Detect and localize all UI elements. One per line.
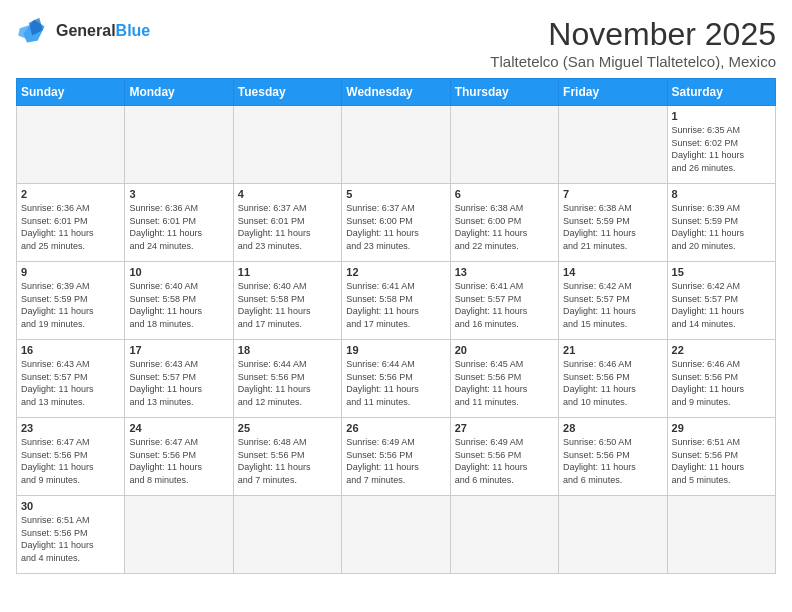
day-number: 3 [129, 188, 228, 200]
calendar-cell [559, 496, 667, 574]
day-number: 6 [455, 188, 554, 200]
calendar-cell: 27Sunrise: 6:49 AM Sunset: 5:56 PM Dayli… [450, 418, 558, 496]
calendar-cell: 21Sunrise: 6:46 AM Sunset: 5:56 PM Dayli… [559, 340, 667, 418]
day-info: Sunrise: 6:51 AM Sunset: 5:56 PM Dayligh… [672, 436, 771, 486]
calendar-cell: 30Sunrise: 6:51 AM Sunset: 5:56 PM Dayli… [17, 496, 125, 574]
days-header-row: SundayMondayTuesdayWednesdayThursdayFrid… [17, 79, 776, 106]
calendar-cell [125, 496, 233, 574]
day-info: Sunrise: 6:37 AM Sunset: 6:00 PM Dayligh… [346, 202, 445, 252]
calendar-cell: 18Sunrise: 6:44 AM Sunset: 5:56 PM Dayli… [233, 340, 341, 418]
day-info: Sunrise: 6:43 AM Sunset: 5:57 PM Dayligh… [129, 358, 228, 408]
calendar-cell: 15Sunrise: 6:42 AM Sunset: 5:57 PM Dayli… [667, 262, 775, 340]
day-info: Sunrise: 6:44 AM Sunset: 5:56 PM Dayligh… [346, 358, 445, 408]
day-info: Sunrise: 6:42 AM Sunset: 5:57 PM Dayligh… [563, 280, 662, 330]
day-number: 4 [238, 188, 337, 200]
logo-text: GeneralBlue [56, 21, 150, 40]
day-info: Sunrise: 6:39 AM Sunset: 5:59 PM Dayligh… [21, 280, 120, 330]
day-number: 28 [563, 422, 662, 434]
calendar-cell: 8Sunrise: 6:39 AM Sunset: 5:59 PM Daylig… [667, 184, 775, 262]
day-info: Sunrise: 6:39 AM Sunset: 5:59 PM Dayligh… [672, 202, 771, 252]
calendar-cell [342, 106, 450, 184]
day-info: Sunrise: 6:36 AM Sunset: 6:01 PM Dayligh… [129, 202, 228, 252]
day-info: Sunrise: 6:38 AM Sunset: 5:59 PM Dayligh… [563, 202, 662, 252]
calendar-cell [450, 106, 558, 184]
day-info: Sunrise: 6:47 AM Sunset: 5:56 PM Dayligh… [129, 436, 228, 486]
day-number: 14 [563, 266, 662, 278]
calendar-cell [233, 496, 341, 574]
calendar-cell: 17Sunrise: 6:43 AM Sunset: 5:57 PM Dayli… [125, 340, 233, 418]
calendar-cell: 29Sunrise: 6:51 AM Sunset: 5:56 PM Dayli… [667, 418, 775, 496]
calendar-cell: 28Sunrise: 6:50 AM Sunset: 5:56 PM Dayli… [559, 418, 667, 496]
day-info: Sunrise: 6:43 AM Sunset: 5:57 PM Dayligh… [21, 358, 120, 408]
day-number: 20 [455, 344, 554, 356]
day-number: 10 [129, 266, 228, 278]
day-number: 1 [672, 110, 771, 122]
location-title: Tlaltetelco (San Miguel Tlaltetelco), Me… [490, 53, 776, 70]
calendar-cell: 4Sunrise: 6:37 AM Sunset: 6:01 PM Daylig… [233, 184, 341, 262]
title-block: November 2025 Tlaltetelco (San Miguel Tl… [490, 16, 776, 70]
day-number: 2 [21, 188, 120, 200]
day-number: 16 [21, 344, 120, 356]
page-header: GeneralBlue November 2025 Tlaltetelco (S… [16, 16, 776, 70]
calendar-cell: 11Sunrise: 6:40 AM Sunset: 5:58 PM Dayli… [233, 262, 341, 340]
calendar-cell: 19Sunrise: 6:44 AM Sunset: 5:56 PM Dayli… [342, 340, 450, 418]
day-info: Sunrise: 6:37 AM Sunset: 6:01 PM Dayligh… [238, 202, 337, 252]
week-row-5: 23Sunrise: 6:47 AM Sunset: 5:56 PM Dayli… [17, 418, 776, 496]
day-number: 11 [238, 266, 337, 278]
day-info: Sunrise: 6:50 AM Sunset: 5:56 PM Dayligh… [563, 436, 662, 486]
day-number: 19 [346, 344, 445, 356]
day-header-thursday: Thursday [450, 79, 558, 106]
day-number: 7 [563, 188, 662, 200]
day-header-monday: Monday [125, 79, 233, 106]
day-info: Sunrise: 6:46 AM Sunset: 5:56 PM Dayligh… [563, 358, 662, 408]
day-info: Sunrise: 6:45 AM Sunset: 5:56 PM Dayligh… [455, 358, 554, 408]
day-info: Sunrise: 6:42 AM Sunset: 5:57 PM Dayligh… [672, 280, 771, 330]
calendar-cell: 16Sunrise: 6:43 AM Sunset: 5:57 PM Dayli… [17, 340, 125, 418]
day-info: Sunrise: 6:49 AM Sunset: 5:56 PM Dayligh… [346, 436, 445, 486]
day-info: Sunrise: 6:44 AM Sunset: 5:56 PM Dayligh… [238, 358, 337, 408]
calendar-cell: 2Sunrise: 6:36 AM Sunset: 6:01 PM Daylig… [17, 184, 125, 262]
week-row-2: 2Sunrise: 6:36 AM Sunset: 6:01 PM Daylig… [17, 184, 776, 262]
calendar-cell: 22Sunrise: 6:46 AM Sunset: 5:56 PM Dayli… [667, 340, 775, 418]
week-row-6: 30Sunrise: 6:51 AM Sunset: 5:56 PM Dayli… [17, 496, 776, 574]
logo-icon [16, 16, 52, 46]
calendar-cell [450, 496, 558, 574]
day-number: 24 [129, 422, 228, 434]
calendar-cell: 26Sunrise: 6:49 AM Sunset: 5:56 PM Dayli… [342, 418, 450, 496]
calendar-cell: 7Sunrise: 6:38 AM Sunset: 5:59 PM Daylig… [559, 184, 667, 262]
day-number: 27 [455, 422, 554, 434]
day-info: Sunrise: 6:46 AM Sunset: 5:56 PM Dayligh… [672, 358, 771, 408]
day-info: Sunrise: 6:47 AM Sunset: 5:56 PM Dayligh… [21, 436, 120, 486]
calendar-cell: 25Sunrise: 6:48 AM Sunset: 5:56 PM Dayli… [233, 418, 341, 496]
day-number: 23 [21, 422, 120, 434]
calendar-cell: 9Sunrise: 6:39 AM Sunset: 5:59 PM Daylig… [17, 262, 125, 340]
day-header-wednesday: Wednesday [342, 79, 450, 106]
calendar-cell [559, 106, 667, 184]
calendar-cell: 23Sunrise: 6:47 AM Sunset: 5:56 PM Dayli… [17, 418, 125, 496]
calendar-cell: 1Sunrise: 6:35 AM Sunset: 6:02 PM Daylig… [667, 106, 775, 184]
day-info: Sunrise: 6:41 AM Sunset: 5:58 PM Dayligh… [346, 280, 445, 330]
day-info: Sunrise: 6:40 AM Sunset: 5:58 PM Dayligh… [238, 280, 337, 330]
calendar-cell: 12Sunrise: 6:41 AM Sunset: 5:58 PM Dayli… [342, 262, 450, 340]
day-info: Sunrise: 6:49 AM Sunset: 5:56 PM Dayligh… [455, 436, 554, 486]
calendar-cell: 24Sunrise: 6:47 AM Sunset: 5:56 PM Dayli… [125, 418, 233, 496]
calendar-cell: 14Sunrise: 6:42 AM Sunset: 5:57 PM Dayli… [559, 262, 667, 340]
day-info: Sunrise: 6:48 AM Sunset: 5:56 PM Dayligh… [238, 436, 337, 486]
day-number: 22 [672, 344, 771, 356]
day-number: 18 [238, 344, 337, 356]
day-number: 21 [563, 344, 662, 356]
calendar-cell [342, 496, 450, 574]
calendar-cell: 5Sunrise: 6:37 AM Sunset: 6:00 PM Daylig… [342, 184, 450, 262]
calendar-cell [667, 496, 775, 574]
calendar-cell: 13Sunrise: 6:41 AM Sunset: 5:57 PM Dayli… [450, 262, 558, 340]
day-header-saturday: Saturday [667, 79, 775, 106]
month-title: November 2025 [490, 16, 776, 53]
day-number: 25 [238, 422, 337, 434]
calendar-cell: 6Sunrise: 6:38 AM Sunset: 6:00 PM Daylig… [450, 184, 558, 262]
day-number: 9 [21, 266, 120, 278]
calendar-cell [17, 106, 125, 184]
day-number: 29 [672, 422, 771, 434]
day-info: Sunrise: 6:38 AM Sunset: 6:00 PM Dayligh… [455, 202, 554, 252]
logo: GeneralBlue [16, 16, 150, 46]
calendar-cell: 3Sunrise: 6:36 AM Sunset: 6:01 PM Daylig… [125, 184, 233, 262]
